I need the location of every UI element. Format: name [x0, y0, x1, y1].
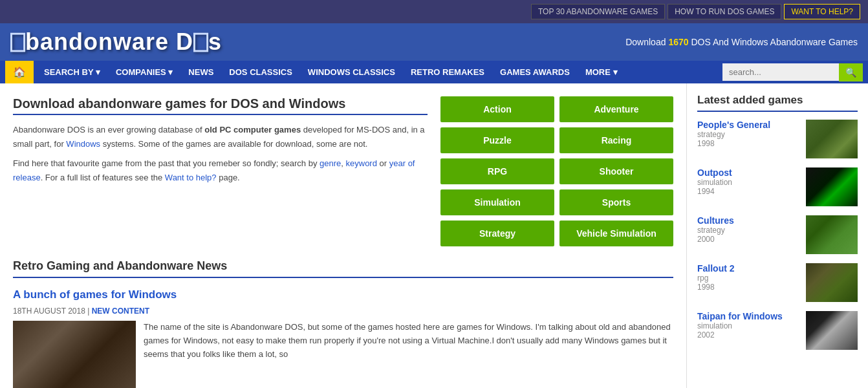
top30-link[interactable]: TOP 30 ABANDONWARE GAMES	[531, 4, 665, 19]
hero-title: Download abandonware games for DOS and W…	[13, 96, 428, 115]
nav-more[interactable]: MORE ▾	[578, 61, 625, 83]
top-bar: TOP 30 ABANDONWARE GAMES HOW TO RUN DOS …	[0, 0, 868, 23]
sidebar-game-fallout2: Fallout 2 rpg 1998	[697, 263, 858, 302]
hero-text: Download abandonware games for DOS and W…	[13, 96, 428, 246]
main-content: Download abandonware games for DOS and W…	[0, 83, 687, 388]
sidebar-game-taipan: Taipan for Windows simulation 2002	[697, 311, 858, 350]
sidebar: Latest added games People's General stra…	[687, 83, 868, 388]
game-genre-peoples-general: strategy	[697, 130, 799, 139]
game-info-cultures: Cultures strategy 2000	[697, 215, 799, 244]
news-date: 18TH AUGUST 2018	[13, 307, 85, 316]
hero-section: Download abandonware games for DOS and W…	[13, 96, 673, 246]
genre-simulation[interactable]: Simulation	[440, 189, 554, 215]
game-genre-outpost: simulation	[697, 178, 799, 187]
site-header: ⎕bandonware D⎕s Download 1670 DOS And Wi…	[0, 23, 868, 61]
header-tagline: Download 1670 DOS And Windows Abandonwar…	[625, 37, 858, 47]
nav-windows-classics[interactable]: WINDOWS CLASSICS	[300, 61, 403, 83]
search-input[interactable]	[722, 63, 839, 81]
game-title-taipan[interactable]: Taipan for Windows	[697, 311, 799, 321]
game-thumb-peoples-general	[806, 120, 858, 158]
game-thumb-fallout2	[806, 263, 858, 302]
sidebar-game-outpost: Outpost simulation 1994	[697, 167, 858, 206]
game-thumb-outpost	[806, 167, 858, 206]
game-year-outpost: 1994	[697, 187, 799, 196]
nav-dos-classics[interactable]: DOS CLASSICS	[221, 61, 300, 83]
search-button[interactable]: 🔍	[839, 63, 863, 81]
nav-retro-remakes[interactable]: RETRO REMAKES	[403, 61, 492, 83]
windows-link[interactable]: Windows	[66, 139, 100, 149]
game-title-outpost[interactable]: Outpost	[697, 167, 799, 178]
want-to-help-link[interactable]: WANT TO HELP?	[784, 4, 860, 19]
news-meta: 18TH AUGUST 2018 | NEW CONTENT	[13, 307, 673, 316]
nav-news[interactable]: NEWS	[180, 61, 221, 83]
sidebar-game-cultures: Cultures strategy 2000	[697, 215, 858, 254]
genre-link[interactable]: genre	[320, 158, 341, 168]
news-section: Retro Gaming and Abandonware News A bunc…	[13, 259, 673, 388]
game-year-peoples-general: 1998	[697, 139, 799, 148]
want-help-link[interactable]: Want to help?	[165, 173, 217, 182]
genre-grid: Action Adventure Puzzle Racing RPG Shoot…	[440, 96, 673, 246]
genre-strategy[interactable]: Strategy	[440, 221, 554, 246]
news-body: The name of the site is Abandonware DOS,…	[13, 321, 673, 388]
home-nav-button[interactable]: 🏠	[5, 61, 34, 83]
game-info-taipan: Taipan for Windows simulation 2002	[697, 311, 799, 339]
game-title-cultures[interactable]: Cultures	[697, 215, 799, 226]
game-info-outpost: Outpost simulation 1994	[697, 167, 799, 196]
nav-games-awards[interactable]: GAMES AWARDS	[492, 61, 578, 83]
game-title-peoples-general[interactable]: People's General	[697, 120, 799, 130]
site-logo: ⎕bandonware D⎕s	[10, 28, 222, 56]
game-info-peoples-general: People's General strategy 1998	[697, 120, 799, 148]
news-article-title[interactable]: A bunch of games for Windows	[13, 288, 673, 301]
keyword-link[interactable]: keyword	[346, 158, 377, 168]
game-genre-fallout2: rpg	[697, 274, 799, 283]
nav-search-by[interactable]: SEARCH BY ▾	[36, 61, 108, 83]
main-nav: 🏠 SEARCH BY ▾ COMPANIES ▾ NEWS DOS CLASS…	[0, 61, 868, 83]
news-tag: NEW CONTENT	[92, 307, 149, 316]
game-info-fallout2: Fallout 2 rpg 1998	[697, 263, 799, 292]
game-year-cultures: 2000	[697, 235, 799, 244]
genre-vehicle-simulation[interactable]: Vehicle Simulation	[559, 221, 673, 246]
genre-rpg[interactable]: RPG	[440, 158, 554, 184]
game-genre-cultures: strategy	[697, 226, 799, 235]
genre-racing[interactable]: Racing	[559, 127, 673, 153]
game-count: 1670	[668, 37, 688, 47]
genre-adventure[interactable]: Adventure	[559, 96, 673, 122]
hero-paragraph1: Abandonware DOS is an ever growing datab…	[13, 123, 428, 151]
game-title-fallout2[interactable]: Fallout 2	[697, 263, 799, 274]
news-section-title: Retro Gaming and Abandonware News	[13, 259, 673, 278]
game-year-taipan: 2002	[697, 330, 799, 339]
how-to-run-link[interactable]: HOW TO RUN DOS GAMES	[667, 4, 781, 19]
genre-puzzle[interactable]: Puzzle	[440, 127, 554, 153]
search-form: 🔍	[722, 63, 863, 81]
genre-action[interactable]: Action	[440, 96, 554, 122]
genre-sports[interactable]: Sports	[559, 189, 673, 215]
game-thumb-taipan	[806, 311, 858, 350]
game-thumb-cultures	[806, 215, 858, 254]
news-thumb-image	[13, 321, 136, 388]
news-text: The name of the site is Abandonware DOS,…	[144, 321, 673, 388]
sidebar-game-peoples-general: People's General strategy 1998	[697, 120, 858, 158]
game-year-fallout2: 1998	[697, 283, 799, 292]
game-genre-taipan: simulation	[697, 321, 799, 330]
genre-shooter[interactable]: Shooter	[559, 158, 673, 184]
main-wrapper: Download abandonware games for DOS and W…	[0, 83, 868, 388]
news-thumbnail	[13, 321, 136, 388]
nav-companies[interactable]: COMPANIES ▾	[108, 61, 180, 83]
hero-paragraph2: Find here that favourite game from the p…	[13, 156, 428, 185]
sidebar-title: Latest added games	[697, 94, 858, 112]
